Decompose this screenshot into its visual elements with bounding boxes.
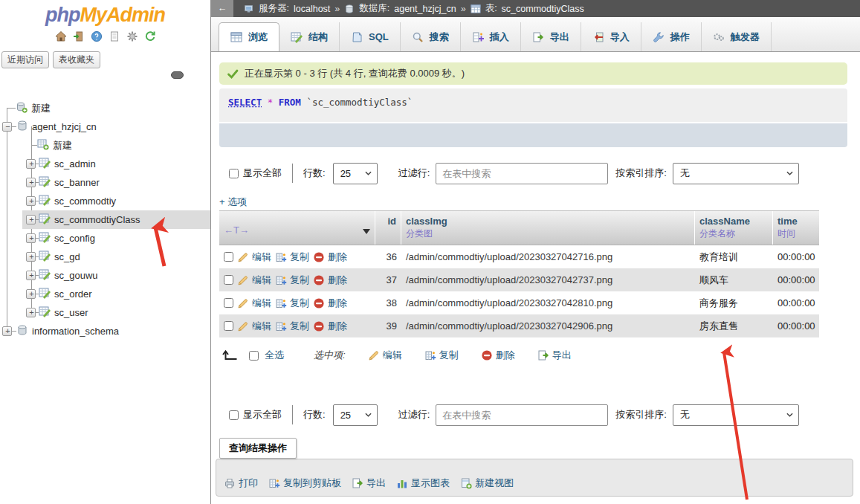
expand-plus-icon[interactable] <box>26 308 36 317</box>
copy-row-link[interactable]: 复制 <box>275 320 309 333</box>
tree-item-new-table[interactable]: 新建 <box>0 136 210 155</box>
delete-row-link[interactable]: 删除 <box>313 274 347 287</box>
tree-item-sc-user[interactable]: sc_user <box>0 303 210 322</box>
pencil-icon <box>237 251 249 263</box>
tree-item-sc-gouwu[interactable]: sc_gouwu <box>0 266 210 285</box>
copy-row-link[interactable]: 复制 <box>275 251 309 264</box>
sql-keyword-select[interactable]: SELECT <box>228 97 262 108</box>
bulk-copy-link[interactable]: 复制 <box>424 349 459 362</box>
rows-count-select[interactable]: 25 <box>333 163 378 184</box>
pencil-icon <box>237 297 249 309</box>
tree-item-sc-gd[interactable]: sc_gd <box>0 248 210 266</box>
show-all-label: 显示全部 <box>243 408 282 421</box>
show-all-checkbox[interactable] <box>229 410 239 420</box>
navigation-icon-row <box>0 30 210 45</box>
copy-to-clipboard-link[interactable]: 复制到剪贴板 <box>268 476 341 490</box>
tree-item-sc-commodtiyclass[interactable]: sc_commodtiyClass <box>0 210 210 229</box>
row-checkbox[interactable] <box>224 275 233 285</box>
cell-classname: 教育培训 <box>695 251 773 264</box>
filter-rows-input[interactable] <box>436 404 608 426</box>
settings-icon[interactable] <box>126 30 138 45</box>
options-toggle-link[interactable]: + 选项 <box>219 196 247 209</box>
copy-row-link[interactable]: 复制 <box>275 297 309 310</box>
row-checkbox[interactable] <box>224 321 233 331</box>
filter-rows-input[interactable] <box>436 163 608 184</box>
tree-item-new-database[interactable]: 新建 <box>0 99 210 117</box>
bulk-edit-link[interactable]: 编辑 <box>368 349 402 362</box>
tab-browse[interactable]: 浏览 <box>219 22 279 51</box>
print-link[interactable]: 打印 <box>224 476 258 490</box>
sql-query-display: SELECT * FROM `sc_commodtiyClass` <box>219 88 847 122</box>
logout-icon[interactable] <box>73 30 85 45</box>
tab-triggers[interactable]: 触发器 <box>702 22 772 51</box>
expand-plus-icon[interactable] <box>26 271 36 280</box>
expand-plus-icon[interactable] <box>26 233 36 243</box>
expand-plus-icon[interactable] <box>26 178 36 187</box>
tab-search[interactable]: 搜索 <box>401 22 461 51</box>
display-chart-link[interactable]: 显示图表 <box>396 476 450 490</box>
breadcrumb-db-value[interactable]: agent_hzjcj_cn <box>394 4 456 14</box>
docs-icon[interactable] <box>109 30 120 45</box>
column-header-id[interactable]: id <box>375 211 401 245</box>
home-icon[interactable] <box>55 30 67 45</box>
bulk-export-link[interactable]: 导出 <box>537 349 572 362</box>
tab-export[interactable]: 导出 <box>521 22 581 51</box>
breadcrumb-server-label: 服务器: <box>259 2 289 15</box>
bulk-delete-link[interactable]: 删除 <box>481 349 515 362</box>
collapse-minus-icon[interactable] <box>2 122 12 132</box>
tab-sql[interactable]: SQL <box>340 22 401 51</box>
sort-by-key-select[interactable]: 无 <box>673 404 799 426</box>
column-header-time[interactable]: time时间 <box>773 211 819 245</box>
tab-operations[interactable]: 操作 <box>641 22 702 51</box>
nav-arrows-label[interactable]: ←T→ <box>224 224 249 236</box>
expand-plus-icon[interactable] <box>26 215 36 224</box>
edit-row-link[interactable]: 编辑 <box>237 297 271 310</box>
refresh-icon[interactable] <box>144 30 156 45</box>
breadcrumb-table-value[interactable]: sc_commodtiyClass <box>502 4 584 14</box>
tree-item-sc-order[interactable]: sc_order <box>0 285 210 303</box>
tree-item-database-agent-hzjcj-cn[interactable]: agent_hzjcj_cn <box>0 117 210 136</box>
tab-import[interactable]: 导入 <box>581 22 641 51</box>
tree-item-information-schema[interactable]: information_schema <box>0 322 210 340</box>
rows-count-select[interactable]: 25 <box>333 404 378 426</box>
tab-structure[interactable]: 结构 <box>279 22 340 51</box>
check-all-checkbox[interactable] <box>249 351 259 361</box>
edit-row-link[interactable]: 编辑 <box>237 251 271 264</box>
tree-item-sc-admin[interactable]: sc_admin <box>0 155 210 173</box>
copy-row-link[interactable]: 复制 <box>275 274 309 287</box>
tree-item-sc-config[interactable]: sc_config <box>0 229 210 248</box>
table-icon <box>39 306 51 320</box>
column-header-classname[interactable]: className分类名称 <box>695 211 773 245</box>
breadcrumb-server-value[interactable]: localhost <box>294 4 330 14</box>
expand-plus-icon[interactable] <box>26 196 36 206</box>
back-button[interactable]: ← <box>211 0 233 17</box>
pencil-icon <box>237 320 249 332</box>
sort-options-icon[interactable] <box>363 229 370 234</box>
tab-insert[interactable]: 插入 <box>461 22 521 51</box>
create-view-link[interactable]: 新建视图 <box>460 476 514 490</box>
edit-row-link[interactable]: 编辑 <box>237 320 271 333</box>
delete-row-link[interactable]: 删除 <box>313 251 347 264</box>
show-all-checkbox[interactable] <box>229 169 239 178</box>
success-check-icon <box>227 68 239 80</box>
collapse-navigation-icon[interactable] <box>171 71 184 79</box>
delete-row-link[interactable]: 删除 <box>313 320 347 333</box>
recent-tables-button[interactable]: 近期访问 <box>1 51 49 68</box>
export-link[interactable]: 导出 <box>352 476 386 490</box>
expand-plus-icon[interactable] <box>26 252 36 262</box>
row-checkbox[interactable] <box>224 298 233 308</box>
edit-row-link[interactable]: 编辑 <box>237 274 271 287</box>
expand-plus-icon[interactable] <box>26 159 36 169</box>
expand-plus-icon[interactable] <box>2 326 12 336</box>
check-all-link[interactable]: 全选 <box>265 349 284 362</box>
delete-row-link[interactable]: 删除 <box>313 297 347 310</box>
row-checkbox[interactable] <box>224 252 233 262</box>
tree-item-sc-banner[interactable]: sc_banner <box>0 173 210 192</box>
sort-by-key-select[interactable]: 无 <box>673 163 799 184</box>
help-icon[interactable] <box>91 30 103 45</box>
favorite-tables-button[interactable]: 表收藏夹 <box>53 51 100 68</box>
expand-plus-icon[interactable] <box>26 289 36 299</box>
tree-item-sc-commodtiy[interactable]: sc_commodtiy <box>0 192 210 210</box>
column-header-classimg[interactable]: classImg分类图 <box>401 211 695 245</box>
wrench-icon <box>653 31 665 43</box>
